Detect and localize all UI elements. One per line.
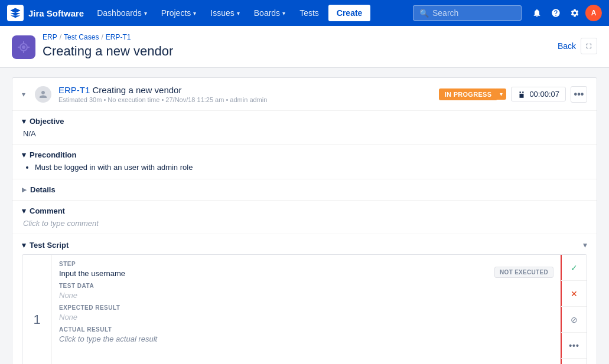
test-script-header-left[interactable]: ▾ Test Script	[22, 241, 69, 250]
objective-content: N/A	[22, 129, 587, 138]
step-value: Input the username	[59, 269, 483, 278]
test-script-chevron-icon: ▾	[22, 241, 26, 250]
actual-result-value[interactable]: Click to type the actual result	[59, 335, 483, 343]
nav-boards[interactable]: Boards ▾	[248, 5, 291, 21]
issues-chevron-icon: ▾	[237, 10, 240, 17]
step-status-col: NOT EXECUTED	[483, 261, 553, 278]
step-actions-col: ✓ ✕ ⊘ ••• ⚙	[561, 255, 587, 364]
comment-section: ▾ Comment Click to type comment	[12, 201, 597, 234]
comment-chevron-icon: ▾	[22, 206, 26, 215]
step-settings-button[interactable]: ⚙	[561, 359, 587, 364]
nav-projects[interactable]: Projects ▾	[155, 5, 203, 21]
step-fail-button[interactable]: ✕	[561, 281, 587, 307]
test-script-header: ▾ Test Script ▾	[22, 240, 587, 250]
boards-chevron-icon: ▾	[282, 10, 285, 17]
details-section: ▶ Details	[12, 179, 597, 201]
breadcrumb-issue-key[interactable]: ERP-T1	[106, 33, 131, 41]
search-bar[interactable]: 🔍	[413, 5, 522, 21]
collapse-button[interactable]: ▾	[22, 90, 25, 99]
step-pass-button[interactable]: ✓	[561, 255, 587, 281]
step-table: 1 STEP Input the username TEST DATA None…	[22, 254, 587, 364]
page-title-group: ERP / Test Cases / ERP-T1 Creating a new…	[43, 33, 173, 59]
nav-icons: A	[529, 5, 602, 21]
issue-key[interactable]: ERP-T1	[58, 85, 90, 95]
test-case-title-group: ERP-T1 Creating a new vendor Estimated 3…	[58, 85, 432, 103]
test-data-label: TEST DATA	[59, 283, 483, 289]
precondition-label: Precondition	[30, 150, 76, 159]
svg-marker-0	[11, 8, 21, 13]
back-button[interactable]: Back	[558, 39, 576, 53]
more-options-button[interactable]: •••	[571, 86, 587, 103]
test-script-scroll-icon[interactable]: ▾	[583, 240, 587, 250]
breadcrumb: ERP / Test Cases / ERP-T1	[43, 33, 173, 41]
comment-label: Comment	[30, 206, 65, 215]
main-content: ▾ ERP-T1 Creating a new vendor Estimated…	[0, 68, 609, 364]
nav-logo-text: Jira Software	[28, 8, 84, 18]
test-case-title-value: Creating a new vendor	[93, 85, 182, 95]
precondition-content: Must be logged in with an user with admi…	[22, 163, 587, 172]
jira-logo-icon	[7, 5, 24, 21]
nav-dashboards[interactable]: Dashboards ▾	[91, 5, 153, 21]
nav-logo[interactable]: Jira Software	[7, 5, 84, 21]
svg-rect-10	[520, 93, 524, 97]
actual-result-label: ACTUAL RESULT	[59, 326, 483, 333]
navbar: Jira Software Dashboards ▾ Projects ▾ Is…	[0, 0, 609, 26]
svg-rect-9	[523, 91, 524, 93]
objective-section: ▾ Objective N/A	[12, 111, 597, 145]
step-more-button[interactable]: •••	[561, 333, 587, 359]
step-label: STEP	[59, 261, 483, 267]
projects-chevron-icon: ▾	[193, 10, 196, 17]
breadcrumb-erp[interactable]: ERP	[43, 33, 57, 41]
timer-button[interactable]: 00:00:07	[511, 87, 566, 101]
timer-value: 00:00:07	[529, 90, 559, 99]
objective-header[interactable]: ▾ Objective	[22, 117, 587, 126]
test-case-header: ▾ ERP-T1 Creating a new vendor Estimated…	[12, 78, 597, 111]
comment-content[interactable]: Click to type comment	[22, 219, 587, 228]
test-case-card: ▾ ERP-T1 Creating a new vendor Estimated…	[12, 77, 597, 364]
svg-point-3	[22, 45, 25, 49]
precondition-header[interactable]: ▾ Precondition	[22, 150, 587, 159]
search-icon: 🔍	[419, 9, 429, 18]
status-dropdown-button[interactable]: ▾	[496, 88, 506, 100]
page-header-right: Back	[558, 38, 597, 54]
precondition-chevron-icon: ▾	[22, 150, 26, 159]
user-avatar[interactable]: A	[585, 5, 602, 21]
page-header-left: ERP / Test Cases / ERP-T1 Creating a new…	[12, 33, 173, 59]
breadcrumb-test-cases[interactable]: Test Cases	[64, 33, 99, 41]
not-executed-badge: NOT EXECUTED	[494, 267, 553, 278]
details-header[interactable]: ▶ Details	[22, 185, 587, 194]
test-case-actions: IN PROGRESS ▾ 00:00:07 •••	[439, 86, 587, 103]
notifications-icon[interactable]	[529, 5, 545, 21]
status-badge-group: IN PROGRESS ▾	[439, 88, 507, 100]
details-chevron-right-icon: ▶	[22, 186, 27, 193]
comment-header[interactable]: ▾ Comment	[22, 206, 587, 215]
precondition-section: ▾ Precondition Must be logged in with an…	[12, 145, 597, 179]
precondition-item: Must be logged in with an user with admi…	[35, 163, 587, 172]
dashboards-chevron-icon: ▾	[144, 10, 147, 17]
settings-icon[interactable]	[566, 5, 583, 21]
objective-chevron-icon: ▾	[22, 117, 26, 126]
step-number: 1	[22, 255, 52, 364]
search-input[interactable]	[432, 8, 515, 18]
step-block-button[interactable]: ⊘	[561, 307, 587, 333]
expected-result-value[interactable]: None	[59, 313, 483, 322]
details-label: Details	[30, 185, 56, 194]
page-title: Creating a new vendor	[43, 44, 173, 59]
nav-tests[interactable]: Tests	[294, 5, 325, 21]
test-case-title: ERP-T1 Creating a new vendor	[58, 85, 432, 95]
nav-issues[interactable]: Issues ▾	[204, 5, 245, 21]
help-icon[interactable]	[548, 5, 564, 21]
page-header: ERP / Test Cases / ERP-T1 Creating a new…	[0, 26, 609, 68]
test-data-value[interactable]: None	[59, 291, 483, 300]
svg-rect-8	[520, 91, 521, 93]
table-row: 1 STEP Input the username TEST DATA None…	[22, 255, 587, 364]
test-script-section: ▾ Test Script ▾ 1 STEP Input the usernam…	[12, 234, 597, 364]
test-case-avatar	[35, 86, 51, 103]
expected-result-label: EXPECTED RESULT	[59, 304, 483, 311]
expand-button[interactable]	[581, 38, 597, 54]
objective-label: Objective	[30, 117, 64, 126]
status-badge[interactable]: IN PROGRESS	[439, 88, 498, 100]
create-button[interactable]: Create	[328, 5, 371, 21]
step-content: STEP Input the username TEST DATA None E…	[52, 255, 561, 364]
project-icon	[12, 35, 35, 59]
